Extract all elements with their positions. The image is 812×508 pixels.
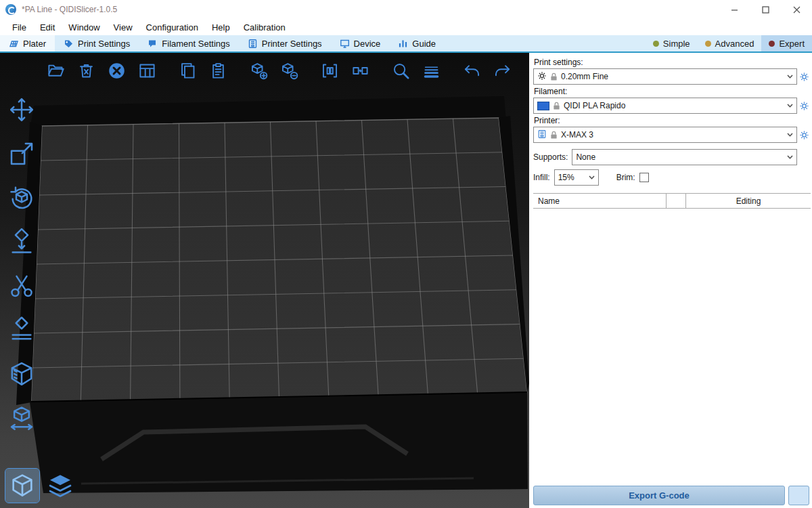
name-column-header: Name: [533, 194, 667, 208]
infill-select[interactable]: 15%: [554, 169, 599, 186]
tab-label: Print Settings: [78, 39, 130, 49]
delete-icon[interactable]: [74, 58, 98, 83]
view-switch: [5, 469, 77, 503]
sidebar: Print settings: 0.20mm Fine Filament: QI…: [529, 53, 812, 508]
undo-icon[interactable]: [459, 58, 484, 83]
print-bed-scene[interactable]: [0, 53, 529, 508]
filament-settings-gear-button[interactable]: [797, 101, 811, 111]
brim-checkbox[interactable]: [639, 173, 649, 182]
measure-icon[interactable]: [5, 358, 38, 390]
tab-label: Filament Settings: [162, 39, 229, 49]
export-gcode-button[interactable]: Export G-code: [533, 486, 785, 505]
tab-label: Plater: [23, 39, 46, 49]
redo-icon[interactable]: [490, 58, 514, 83]
print-profile-select[interactable]: 0.20mm Fine: [533, 68, 797, 85]
menu-view[interactable]: View: [107, 19, 139, 35]
object-list-body[interactable]: [533, 209, 811, 486]
printer-select[interactable]: X-MAX 3: [533, 127, 797, 143]
left-toolbar: [5, 93, 38, 434]
supports-select[interactable]: None: [572, 149, 797, 165]
support-paint-icon[interactable]: [5, 314, 38, 346]
printer-value: X-MAX 3: [561, 130, 784, 140]
brim-label: Brim:: [616, 173, 635, 182]
titlebar: *PA Line - QIDISlicer-1.0.5: [0, 0, 812, 19]
window-controls: [719, 0, 812, 19]
menu-help[interactable]: Help: [205, 19, 237, 35]
mode-advanced[interactable]: Advanced: [698, 35, 762, 51]
object-list-header: Name Editing: [533, 193, 811, 209]
export-row: Export G-code: [533, 486, 811, 505]
split-objects-icon[interactable]: [317, 58, 342, 83]
add-instance-icon[interactable]: [246, 58, 271, 83]
tab-printer-settings[interactable]: Printer Settings: [239, 35, 331, 51]
mode-label: Simple: [663, 39, 690, 49]
editor-3d-icon[interactable]: [5, 469, 39, 503]
cut-icon[interactable]: [5, 270, 38, 302]
lock-icon: [550, 131, 558, 140]
printer-icon: [537, 129, 547, 141]
window-title: *PA Line - QIDISlicer-1.0.5: [22, 5, 117, 14]
filament-value: QIDI PLA Rapido: [564, 101, 784, 110]
print-settings-icon: [64, 39, 74, 49]
editing-column-header: Editing: [686, 194, 811, 208]
arrange-icon[interactable]: [135, 58, 159, 83]
delete-all-icon[interactable]: [104, 58, 129, 83]
export-options-button[interactable]: [788, 486, 809, 505]
move-icon[interactable]: [5, 93, 38, 126]
preview-icon[interactable]: [43, 469, 77, 503]
mode-simple[interactable]: Simple: [646, 35, 698, 51]
tab-filament-settings[interactable]: Filament Settings: [139, 35, 238, 51]
advanced-mode-dot: [705, 41, 711, 47]
printer-settings-gear-button[interactable]: [797, 130, 811, 140]
tab-label: Printer Settings: [262, 39, 322, 49]
chevron-down-icon: [589, 175, 595, 179]
place-on-face-icon[interactable]: [5, 226, 38, 258]
menu-edit[interactable]: Edit: [33, 19, 62, 35]
copy-icon[interactable]: [175, 58, 200, 83]
object-list-table: Name Editing: [533, 193, 811, 486]
tab-label: Guide: [412, 39, 436, 49]
open-icon[interactable]: [43, 58, 68, 83]
printer-label: Printer:: [534, 116, 811, 125]
mirror-icon[interactable]: [5, 402, 38, 434]
expert-mode-dot: [769, 41, 775, 47]
filament-settings-icon: [148, 39, 158, 49]
chevron-down-icon: [787, 133, 793, 137]
plater-icon: [9, 39, 19, 49]
mode-expert[interactable]: Expert: [761, 35, 812, 51]
maximize-button[interactable]: [750, 0, 781, 19]
tab-print-settings[interactable]: Print Settings: [55, 35, 139, 51]
lock-icon: [550, 72, 558, 81]
chevron-down-icon: [787, 75, 793, 79]
lock-icon: [553, 102, 560, 110]
menu-calibration[interactable]: Calibration: [237, 19, 292, 35]
filament-label: Filament:: [534, 87, 811, 96]
menu-configuration[interactable]: Configuration: [139, 19, 205, 35]
split-parts-icon[interactable]: [348, 58, 372, 83]
tab-device[interactable]: Device: [331, 35, 390, 51]
supports-label: Supports:: [533, 152, 568, 162]
viewport-3d[interactable]: [0, 53, 529, 508]
top-toolbar: [43, 58, 514, 83]
rotate-icon[interactable]: [5, 182, 38, 214]
search-icon[interactable]: [388, 58, 413, 83]
menu-file[interactable]: File: [5, 19, 33, 35]
filament-select[interactable]: QIDI PLA Rapido: [533, 98, 797, 114]
menubar: File Edit Window View Configuration Help…: [0, 19, 812, 35]
extruder-column-header: [667, 194, 686, 208]
remove-instance-icon[interactable]: [277, 58, 301, 83]
paste-icon[interactable]: [206, 58, 230, 83]
scale-icon[interactable]: [5, 137, 38, 170]
printer-settings-icon: [248, 39, 258, 49]
variable-layer-height-icon[interactable]: [419, 58, 443, 83]
print-settings-gear-button[interactable]: [797, 72, 811, 82]
app-logo-icon: [5, 4, 16, 15]
tab-plater[interactable]: Plater: [0, 35, 55, 51]
menu-window[interactable]: Window: [62, 19, 106, 35]
chevron-down-icon: [787, 155, 793, 159]
tab-guide[interactable]: Guide: [389, 35, 445, 51]
minimize-button[interactable]: [719, 0, 750, 19]
infill-label: Infill:: [533, 173, 550, 182]
supports-value: None: [576, 152, 784, 162]
close-button[interactable]: [781, 0, 812, 19]
